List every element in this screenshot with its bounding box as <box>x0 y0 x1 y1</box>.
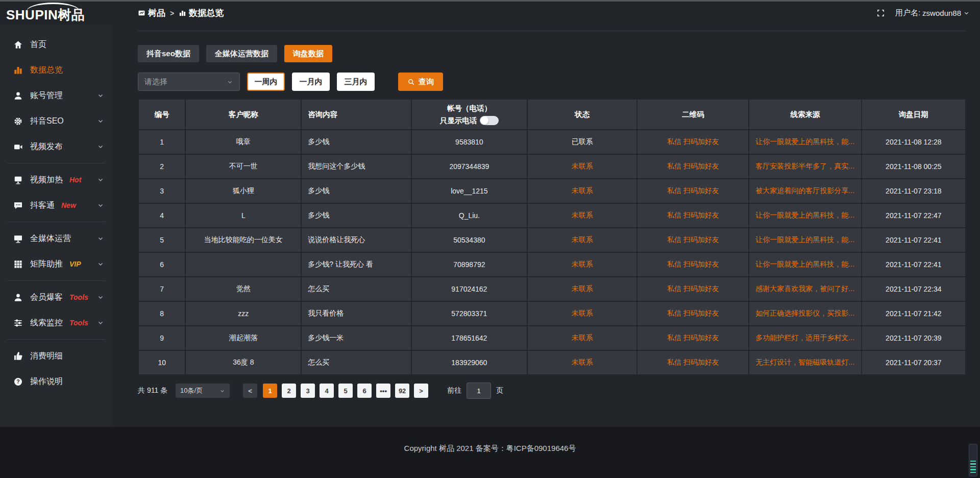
sidebar-item-chat[interactable]: 抖客通New <box>0 193 112 218</box>
cell-source-link[interactable]: 多功能护栏灯，适用于乡村文... <box>749 326 861 350</box>
user-menu[interactable]: 用户名: zswodun88 <box>895 8 970 18</box>
cell-qr-links[interactable]: 私信 扫码加好友 <box>637 179 749 203</box>
sidebar-item-grid[interactable]: 矩阵助推VIP <box>0 251 112 277</box>
page-button-3[interactable]: 3 <box>301 384 315 398</box>
sidebar-item-chart[interactable]: 数据总览 <box>0 57 112 83</box>
cell-date: 2021-11-07 20:37 <box>862 350 966 375</box>
menu-badge: Hot <box>69 176 81 184</box>
next-page-button[interactable]: > <box>414 384 428 398</box>
sidebar-item-label: 抖客通 <box>30 200 55 211</box>
page-button-1[interactable]: 1 <box>263 384 277 398</box>
page-button-92[interactable]: 92 <box>395 384 409 398</box>
cell-account: 183929060 <box>411 350 527 375</box>
cell-qr-links[interactable]: 私信 扫码加好友 <box>637 252 749 277</box>
query-button[interactable]: 查询 <box>398 73 443 91</box>
sidebar-item-home[interactable]: 首页 <box>0 32 112 57</box>
page-buttons: 123456•••92 <box>263 384 414 398</box>
sidebar-item-video[interactable]: 视频发布 <box>0 134 112 159</box>
header-nickname: 客户昵称 <box>185 99 301 130</box>
goto-unit-label: 页 <box>496 386 503 395</box>
range-button-month[interactable]: 一月内 <box>292 73 330 91</box>
cell-qr-links[interactable]: 私信 扫码加好友 <box>637 228 749 252</box>
goto-page-input[interactable] <box>467 383 491 399</box>
sidebar-item-member[interactable]: 会员爆客Tools <box>0 284 112 310</box>
goto-page: 前往 页 <box>447 383 503 399</box>
cell-status: 未联系 <box>527 301 638 326</box>
account-header-title: 帐号（电话） <box>418 104 521 113</box>
inquiry-table: 编号 客户昵称 咨询内容 帐号（电话） 只显示电话 状态 二维码 线索来源 询盘… <box>138 99 966 375</box>
cell-qr-links[interactable]: 私信 扫码加好友 <box>637 154 749 179</box>
filter-select[interactable]: 请选择 <box>138 73 240 91</box>
prev-page-button[interactable]: < <box>243 384 257 398</box>
table-row: 8zzz我只看价格572803371未联系私信 扫码加好友如何正确选择投影仪，买… <box>138 301 966 326</box>
header-source: 线索来源 <box>749 99 861 130</box>
tab-omnimedia-data[interactable]: 全媒体运营数据 <box>206 45 277 62</box>
cell-source-link[interactable]: 感谢大家喜欢我家，被问了好... <box>749 277 861 301</box>
sidebar-item-monitor[interactable]: 全媒体运营 <box>0 226 112 251</box>
cell-qr-links[interactable]: 私信 扫码加好友 <box>637 326 749 350</box>
sidebar-item-user[interactable]: 账号管理 <box>0 83 112 108</box>
sidebar-item-wallet[interactable]: 消费明细 <box>0 343 112 369</box>
page-button-5[interactable]: 5 <box>338 384 353 398</box>
cell-date: 2021-11-07 23:18 <box>862 179 966 203</box>
sidebar-item-label: 操作说明 <box>30 376 63 387</box>
tab-douyin-seo-data[interactable]: 抖音seo数据 <box>138 45 199 62</box>
cell-content: 多少钱 <box>301 130 411 154</box>
table-header-row: 编号 客户昵称 咨询内容 帐号（电话） 只显示电话 状态 二维码 线索来源 询盘… <box>138 99 966 130</box>
cell-status: 未联系 <box>527 277 638 301</box>
cell-status: 未联系 <box>527 350 638 375</box>
menu-badge: New <box>61 201 76 209</box>
page-button-4[interactable]: 4 <box>320 384 334 398</box>
sidebar-item-help[interactable]: ?操作说明 <box>0 369 112 394</box>
cell-source-link[interactable]: 被大家追着问的客厅投影分享... <box>749 179 861 203</box>
page-size-select[interactable]: 10条/页 <box>176 384 230 398</box>
page-button-6[interactable]: 6 <box>357 384 372 398</box>
breadcrumb: 树品 > 数据总览 <box>138 7 224 19</box>
widget-stripes <box>970 461 976 474</box>
phone-only-toggle[interactable] <box>480 116 499 125</box>
sidebar-item-label: 会员爆客 <box>30 292 63 303</box>
cell-source-link[interactable]: 让你一眼就爱上的黑科技，能... <box>749 203 861 228</box>
cell-source-link[interactable]: 让你一眼就爱上的黑科技，能... <box>749 130 861 154</box>
breadcrumb-label: 树品 <box>148 7 165 19</box>
cell-qr-links[interactable]: 私信 扫码加好友 <box>637 277 749 301</box>
cell-status: 未联系 <box>527 179 638 203</box>
table-row: 4L多少钱Q_Liu.未联系私信 扫码加好友让你一眼就爱上的黑科技，能...20… <box>138 203 966 228</box>
fullscreen-icon[interactable] <box>876 9 885 17</box>
data-tabs: 抖音seo数据 全媒体运营数据 询盘数据 <box>138 45 966 62</box>
sidebar-item-screen[interactable]: 视频加热Hot <box>0 167 112 193</box>
cell-nickname: L <box>185 203 301 228</box>
table-row: 3狐小狸多少钱love__1215未联系私信 扫码加好友被大家追着问的客厅投影分… <box>138 179 966 203</box>
page-button-2[interactable]: 2 <box>282 384 296 398</box>
cell-id: 9 <box>138 326 185 350</box>
tab-inquiry-data[interactable]: 询盘数据 <box>284 45 332 62</box>
cell-status: 未联系 <box>527 154 638 179</box>
cell-id: 4 <box>138 203 185 228</box>
cell-source-link[interactable]: 如何正确选择投影仪，买投影... <box>749 301 861 326</box>
range-button-week[interactable]: 一周内 <box>247 73 285 91</box>
cell-qr-links[interactable]: 私信 扫码加好友 <box>637 203 749 228</box>
breadcrumb-item-home[interactable]: 树品 <box>138 7 165 19</box>
cell-id: 10 <box>138 350 185 375</box>
cell-source-link[interactable]: 让你一眼就爱上的黑科技，能... <box>749 228 861 252</box>
cell-source-link[interactable]: 无主灯设计，智能磁吸轨道灯... <box>749 350 861 375</box>
cell-source-link[interactable]: 让你一眼就爱上的黑科技，能... <box>749 252 861 277</box>
breadcrumb-item-current[interactable]: 数据总览 <box>179 7 224 19</box>
range-button-quarter[interactable]: 三月内 <box>337 73 375 91</box>
select-placeholder: 请选择 <box>144 77 167 87</box>
cell-qr-links[interactable]: 私信 扫码加好友 <box>637 350 749 375</box>
table-row: 6多少钱? 让我死心 看70898792未联系私信 扫码加好友让你一眼就爱上的黑… <box>138 252 966 277</box>
chat-icon <box>13 201 23 210</box>
video-icon <box>13 142 23 152</box>
table-row: 1哦章多少钱9583810已联系私信 扫码加好友让你一眼就爱上的黑科技，能...… <box>138 130 966 154</box>
chevron-down-icon <box>97 319 104 326</box>
cell-account: Q_Liu. <box>411 203 527 228</box>
more-pages-button[interactable]: ••• <box>376 384 390 398</box>
sidebar-item-gear[interactable]: 抖音SEO <box>0 108 112 134</box>
cell-source-link[interactable]: 客厅安装投影半年多了，真实... <box>749 154 861 179</box>
cell-qr-links[interactable]: 私信 扫码加好友 <box>637 130 749 154</box>
sidebar-item-sliders[interactable]: 线索监控Tools <box>0 310 112 336</box>
cell-qr-links[interactable]: 私信 扫码加好友 <box>637 301 749 326</box>
sidebar-item-label: 数据总览 <box>30 65 63 76</box>
floating-widget[interactable] <box>969 444 977 476</box>
